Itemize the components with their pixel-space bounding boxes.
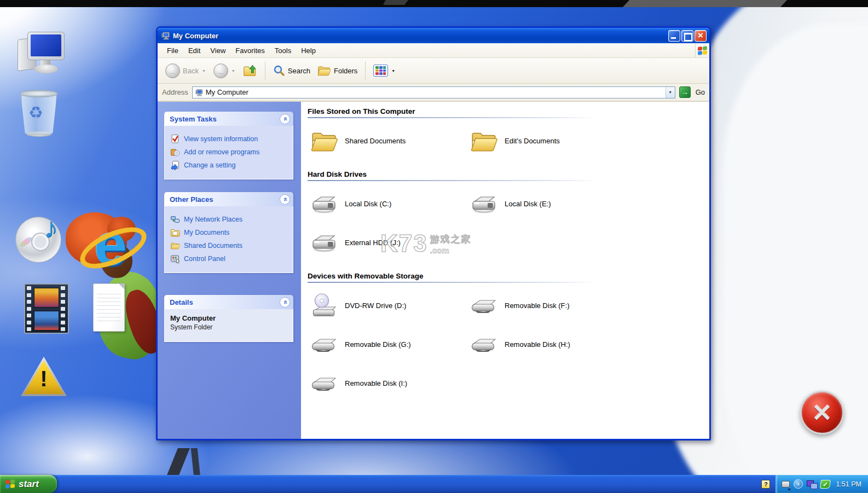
place-control-panel[interactable]: Control Panel (170, 254, 288, 264)
task-view-system-information[interactable]: View system information (170, 134, 288, 144)
warning-desktop-icon[interactable]: ! (21, 357, 67, 396)
text-document-desktop-icon[interactable] (93, 283, 125, 332)
place-my-documents[interactable]: My Documents (170, 228, 288, 237)
windows-flag-icon (698, 46, 707, 55)
go-label: Go (696, 88, 705, 96)
music-cd-desktop-icon[interactable]: ♪ (15, 214, 70, 267)
toolbar-separator (265, 61, 265, 80)
place-link: My Network Places (184, 216, 242, 223)
maximize-button[interactable] (681, 30, 693, 42)
search-label: Search (288, 67, 310, 75)
folder-content-area: Files Stored on This Computer Shared Doc… (301, 102, 709, 439)
drive-item-i[interactable]: Removable Disk (I:) (310, 372, 470, 396)
folders-button[interactable]: Folders (315, 64, 360, 77)
file-item-shared-documents[interactable]: Shared Documents (310, 129, 470, 153)
go-button[interactable]: → (679, 86, 691, 98)
collapse-chevron-icon[interactable] (280, 297, 290, 308)
menu-file[interactable]: File (162, 44, 183, 57)
film-frame (34, 311, 59, 330)
error-close-icon[interactable] (800, 391, 844, 434)
details-header[interactable]: Details (164, 295, 293, 309)
update-check-tray-icon[interactable]: ✓ (820, 480, 831, 489)
item-label: Local Disk (C:) (345, 200, 391, 208)
my-computer-icon (195, 89, 203, 96)
search-icon (273, 65, 285, 77)
menu-tools[interactable]: Tools (270, 44, 296, 57)
task-link: Add or remove programs (184, 148, 259, 156)
drive-item-j[interactable]: External HDD (J:) (310, 231, 470, 255)
menu-bar: File Edit View Favorites Tools Help (158, 43, 709, 58)
forward-button[interactable]: → ▼ (211, 63, 239, 78)
title-bar[interactable]: My Computer (158, 28, 709, 43)
drive-item-e[interactable]: Local Disk (E:) (470, 192, 699, 216)
back-button[interactable]: ← Back ▼ (163, 63, 209, 78)
movie-clip-desktop-icon[interactable] (24, 283, 69, 334)
collapse-chevron-icon[interactable] (280, 194, 290, 205)
drive-item-d-dvd[interactable]: DVD-RW Drive (D:) (310, 292, 470, 320)
other-places-header[interactable]: Other Places (164, 192, 293, 206)
my-computer-icon (161, 31, 170, 40)
internet-explorer-desktop-icon[interactable]: e (82, 218, 147, 279)
views-icon (373, 65, 388, 77)
hide-icons-chevron-icon[interactable]: ‹ (794, 479, 803, 489)
film-sprockets (27, 286, 32, 331)
task-add-remove-programs[interactable]: Add or remove programs (170, 147, 288, 157)
go-arrow-icon: → (681, 88, 688, 96)
task-change-a-setting[interactable]: Change a setting (170, 160, 288, 170)
details-item-type: System Folder (170, 323, 288, 331)
up-button[interactable] (241, 64, 259, 77)
control-panel-icon (170, 254, 180, 264)
menu-edit[interactable]: Edit (183, 44, 205, 57)
drive-item-c[interactable]: Local Disk (C:) (310, 192, 470, 216)
tray-window-icon[interactable] (782, 481, 790, 488)
film-frame (34, 288, 59, 308)
section-divider (308, 117, 598, 118)
menu-favorites[interactable]: Favorites (230, 44, 269, 57)
section-hard-disk-drives: Hard Disk Drives Local Disk (C:) Local D… (308, 170, 699, 262)
start-button[interactable]: start (0, 475, 57, 493)
back-icon: ← (165, 63, 180, 78)
top-bar-shape (383, 0, 408, 5)
details-panel: Details My Computer System Folder (164, 295, 293, 342)
start-label: start (19, 479, 39, 490)
section-divider (308, 180, 598, 181)
drive-item-f[interactable]: Removable Disk (F:) (470, 294, 699, 318)
folder-icon (470, 129, 498, 153)
section-title: Files Stored on This Computer (308, 107, 699, 115)
system-tasks-header[interactable]: System Tasks (164, 112, 293, 126)
removable-disk-icon (470, 294, 498, 318)
recycle-bin-desktop-icon[interactable]: ♻ (20, 89, 60, 139)
item-label: External HDD (J:) (345, 239, 401, 247)
network-tray-icon[interactable] (807, 480, 817, 488)
hard-disk-icon (470, 192, 498, 216)
search-button[interactable]: Search (271, 65, 313, 77)
shared-documents-icon (170, 241, 180, 251)
panel-title: Details (170, 298, 193, 306)
close-button[interactable] (695, 30, 707, 42)
views-button[interactable]: ▼ (371, 65, 398, 77)
forward-dropdown-caret[interactable]: ▼ (232, 69, 235, 73)
file-item-edits-documents[interactable]: Edit's Documents (470, 129, 699, 153)
cloud-shape (722, 24, 868, 493)
place-my-network-places[interactable]: My Network Places (170, 214, 288, 224)
section-title: Devices with Removable Storage (308, 272, 699, 280)
back-dropdown-caret[interactable]: ▼ (202, 69, 206, 73)
item-label: Local Disk (E:) (505, 200, 551, 208)
collapse-chevron-icon[interactable] (280, 114, 290, 124)
place-shared-documents[interactable]: Shared Documents (170, 241, 288, 251)
drive-item-h[interactable]: Removable Disk (H:) (470, 333, 699, 357)
address-label: Address (162, 88, 188, 96)
minimize-button[interactable] (668, 30, 680, 42)
menu-help[interactable]: Help (296, 44, 321, 57)
my-computer-desktop-icon[interactable] (18, 32, 74, 76)
help-tray-icon[interactable]: ? (761, 480, 770, 489)
address-combo[interactable]: My Computer ▼ (192, 86, 675, 98)
windows-flag-icon (5, 479, 15, 488)
clock[interactable]: 1:51 PM (836, 480, 861, 488)
folders-label: Folders (334, 67, 357, 75)
panel-title: Other Places (170, 195, 213, 204)
drive-item-g[interactable]: Removable Disk (G:) (310, 333, 470, 357)
menu-view[interactable]: View (205, 44, 230, 57)
address-dropdown-button[interactable]: ▼ (666, 87, 675, 98)
views-dropdown-caret[interactable]: ▼ (391, 69, 395, 73)
